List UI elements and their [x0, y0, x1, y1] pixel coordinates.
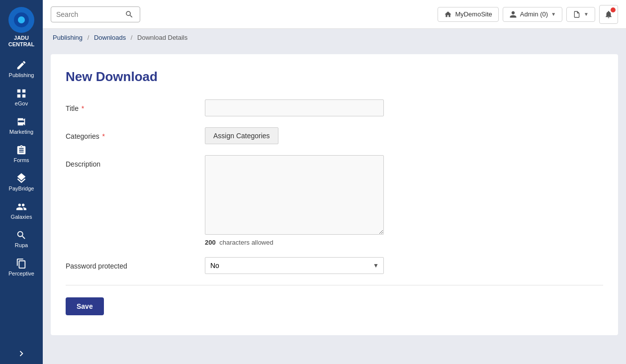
- categories-row: Categories * Assign Categories: [66, 127, 603, 144]
- logo-text: JADU CENTRAL: [8, 35, 35, 48]
- header-right: MyDemoSite Admin (0) ▼ ▼: [438, 5, 618, 24]
- assign-categories-button[interactable]: Assign Categories: [205, 127, 278, 144]
- description-row: Description 200 characters allowed: [66, 155, 603, 246]
- sidebar-item-publishing[interactable]: Publishing: [0, 55, 43, 83]
- rupa-icon: [15, 230, 28, 241]
- categories-control: Assign Categories: [205, 127, 603, 144]
- title-input[interactable]: [205, 99, 384, 116]
- notification-dot: [611, 7, 616, 12]
- people-icon: [15, 201, 28, 212]
- char-count: 200 characters allowed: [205, 239, 603, 246]
- main-area: MyDemoSite Admin (0) ▼ ▼ Publishing / Do…: [43, 0, 626, 364]
- breadcrumb: Publishing / Downloads / Download Detail…: [43, 29, 626, 46]
- search-box[interactable]: [51, 6, 140, 22]
- sidebar-item-publishing-label: Publishing: [9, 72, 34, 78]
- breadcrumb-publishing[interactable]: Publishing: [53, 34, 83, 41]
- password-protected-select[interactable]: No Yes: [205, 257, 384, 274]
- categories-required: *: [100, 132, 105, 140]
- description-label: Description: [66, 155, 205, 168]
- admin-label: Admin (0): [520, 10, 548, 18]
- title-row: Title *: [66, 99, 603, 116]
- breadcrumb-downloads[interactable]: Downloads: [94, 34, 126, 41]
- title-required: *: [80, 104, 84, 112]
- copies-icon: [15, 258, 28, 269]
- grid-icon: [15, 88, 28, 99]
- layers-icon: [15, 173, 28, 184]
- sidebar-item-expand[interactable]: [0, 343, 43, 364]
- breadcrumb-sep-1: /: [88, 34, 89, 41]
- logo-circle: [8, 7, 34, 33]
- description-textarea[interactable]: [205, 155, 384, 235]
- password-select-wrap: No Yes ▼: [205, 257, 384, 274]
- content-area: New Download Title * Categories * Assign…: [43, 46, 626, 364]
- password-protected-control: No Yes ▼: [205, 257, 603, 274]
- sidebar-item-egov[interactable]: eGov: [0, 83, 43, 111]
- header: MyDemoSite Admin (0) ▼ ▼: [43, 0, 626, 29]
- title-control: [205, 99, 603, 116]
- form-divider: [66, 285, 603, 285]
- sidebar: JADU CENTRAL Publishing eGov Marketing F…: [0, 0, 43, 364]
- description-control: 200 characters allowed: [205, 155, 603, 246]
- categories-label: Categories *: [66, 127, 205, 140]
- sidebar-item-rupa[interactable]: Rupa: [0, 225, 43, 253]
- search-button[interactable]: [125, 10, 134, 19]
- docs-button[interactable]: ▼: [566, 7, 595, 22]
- logo-inner: [14, 12, 29, 27]
- sidebar-item-galaxies-label: Galaxies: [11, 214, 32, 220]
- sidebar-item-egov-label: eGov: [15, 100, 28, 106]
- sidebar-item-marketing-label: Marketing: [9, 129, 33, 135]
- sidebar-item-marketing[interactable]: Marketing: [0, 111, 43, 140]
- sidebar-item-forms[interactable]: Forms: [0, 140, 43, 168]
- password-protected-label: Password protected: [66, 257, 205, 270]
- site-name: MyDemoSite: [455, 10, 492, 18]
- docs-chevron-icon: ▼: [584, 11, 589, 17]
- admin-button[interactable]: Admin (0) ▼: [503, 7, 562, 22]
- sidebar-item-paybridge-label: PayBridge: [9, 185, 34, 191]
- sidebar-item-perceptive-label: Perceptive: [8, 271, 34, 276]
- title-label: Title *: [66, 99, 205, 112]
- sidebar-item-rupa-label: Rupa: [15, 242, 28, 248]
- save-button[interactable]: Save: [66, 297, 104, 315]
- breadcrumb-sep-2: /: [131, 34, 133, 41]
- search-input[interactable]: [56, 10, 121, 18]
- sidebar-item-forms-label: Forms: [13, 157, 29, 163]
- admin-chevron-icon: ▼: [551, 11, 556, 17]
- logo: JADU CENTRAL: [0, 0, 43, 55]
- notification-button[interactable]: [599, 5, 618, 24]
- site-button[interactable]: MyDemoSite: [438, 7, 498, 22]
- megaphone-icon: [15, 116, 28, 127]
- edit-icon: [15, 60, 28, 71]
- sidebar-item-paybridge[interactable]: PayBridge: [0, 168, 43, 196]
- password-protected-row: Password protected No Yes ▼: [66, 257, 603, 274]
- logo-dot: [18, 16, 25, 23]
- content-card: New Download Title * Categories * Assign…: [51, 54, 618, 335]
- clipboard-icon: [15, 145, 28, 156]
- page-title: New Download: [66, 69, 603, 85]
- breadcrumb-current: Download Details: [137, 34, 187, 41]
- sidebar-item-galaxies[interactable]: Galaxies: [0, 196, 43, 225]
- sidebar-item-perceptive[interactable]: Perceptive: [0, 253, 43, 281]
- chevron-right-icon: [15, 348, 28, 359]
